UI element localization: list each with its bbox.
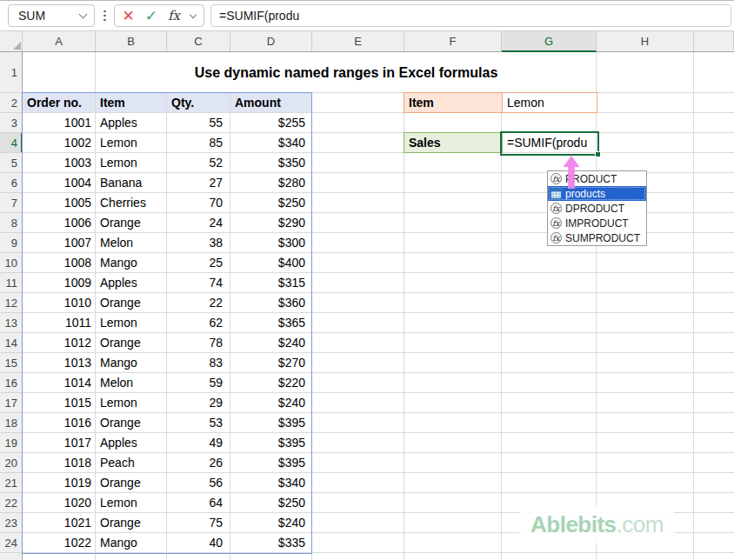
cell-A5[interactable]: 1003 <box>23 153 95 172</box>
cell-C20[interactable]: 26 <box>167 453 230 472</box>
column-header-E[interactable]: E <box>312 31 404 51</box>
cell-D23[interactable]: $240 <box>230 513 311 532</box>
cell-A21[interactable]: 1019 <box>23 473 95 492</box>
row-header-14[interactable]: 14 <box>0 333 22 353</box>
formula-input[interactable]: =SUMIF(produ <box>210 4 731 27</box>
cell-C12[interactable]: 22 <box>167 293 230 312</box>
row-header-25[interactable] <box>0 553 22 560</box>
row-header-20[interactable]: 20 <box>0 453 22 473</box>
cell-C10[interactable]: 25 <box>167 253 230 272</box>
cell-A10[interactable]: 1008 <box>23 253 95 272</box>
cell-D9[interactable]: $300 <box>230 233 311 252</box>
row-header-15[interactable]: 15 <box>0 353 22 373</box>
row-header-18[interactable]: 18 <box>0 413 22 433</box>
cell-C11[interactable]: 74 <box>167 273 230 292</box>
column-header-I[interactable] <box>694 31 734 51</box>
cell-C15[interactable]: 83 <box>167 353 230 372</box>
row-header-22[interactable]: 22 <box>0 493 22 513</box>
cell-D11[interactable]: $315 <box>230 273 311 292</box>
cell-B19[interactable]: Apples <box>96 433 166 452</box>
cell-A7[interactable]: 1005 <box>23 193 95 212</box>
cell-F2[interactable]: Item <box>404 92 503 113</box>
cell-C6[interactable]: 27 <box>167 173 230 192</box>
cell-B11[interactable]: Apples <box>96 273 166 292</box>
row-header-4[interactable]: 4 <box>0 133 22 153</box>
table-header-cell[interactable]: Order no. <box>23 93 95 112</box>
cell-B13[interactable]: Lemon <box>96 313 166 332</box>
cell-C17[interactable]: 29 <box>167 393 230 412</box>
chevron-down-icon[interactable] <box>79 10 88 19</box>
cell-D18[interactable]: $395 <box>230 413 311 432</box>
row-header-2[interactable]: 2 <box>0 93 22 113</box>
cell-B6[interactable]: Banana <box>96 173 166 192</box>
cell-F4[interactable]: Sales <box>404 132 503 153</box>
cell-G4[interactable]: =SUMIF(produ <box>503 133 596 152</box>
cell-B24[interactable]: Mango <box>96 533 166 552</box>
cell-D4[interactable]: $340 <box>230 133 311 152</box>
autocomplete-item-PRODUCT[interactable]: fxPRODUCT <box>548 171 646 186</box>
cell-A19[interactable]: 1017 <box>23 433 95 452</box>
cell-A11[interactable]: 1009 <box>23 273 95 292</box>
cell-C18[interactable]: 53 <box>167 413 230 432</box>
cell-A14[interactable]: 1012 <box>23 333 95 352</box>
cell-C23[interactable]: 75 <box>167 513 230 532</box>
cell-D6[interactable]: $280 <box>230 173 311 192</box>
name-box[interactable]: SUM <box>8 4 95 27</box>
cell-A23[interactable]: 1021 <box>23 513 95 532</box>
row-header-3[interactable]: 3 <box>0 113 22 133</box>
cell-C5[interactable]: 52 <box>167 153 230 172</box>
cell-B4[interactable]: Lemon <box>96 133 166 152</box>
cell-C19[interactable]: 49 <box>167 433 230 452</box>
row-header-16[interactable]: 16 <box>0 373 22 393</box>
cell-B20[interactable]: Peach <box>96 453 166 472</box>
cell-B14[interactable]: Orange <box>96 333 166 352</box>
table-header-cell[interactable]: Qty. <box>167 93 230 112</box>
table-header-cell[interactable]: Item <box>96 93 166 112</box>
cell-B18[interactable]: Orange <box>96 413 166 432</box>
cell-A13[interactable]: 1011 <box>23 313 95 332</box>
cell-B23[interactable]: Orange <box>96 513 166 532</box>
cell-A20[interactable]: 1018 <box>23 453 95 472</box>
chevron-down-icon[interactable] <box>190 10 197 17</box>
row-header-8[interactable]: 8 <box>0 213 22 233</box>
cell-B10[interactable]: Mango <box>96 253 166 272</box>
autocomplete-item-SUMPRODUCT[interactable]: fxSUMPRODUCT <box>548 230 646 245</box>
cell-D14[interactable]: $240 <box>230 333 311 352</box>
cell-A4[interactable]: 1002 <box>23 133 95 152</box>
cell-A8[interactable]: 1006 <box>23 213 95 232</box>
cell-D20[interactable]: $395 <box>230 453 311 472</box>
cell-A3[interactable]: 1001 <box>23 113 95 132</box>
cell-G2[interactable]: Lemon <box>502 92 597 113</box>
table-header-cell[interactable]: Amount <box>230 93 311 112</box>
cell-D15[interactable]: $270 <box>230 353 311 372</box>
cell-C4[interactable]: 85 <box>167 133 230 152</box>
cell-D7[interactable]: $250 <box>230 193 311 212</box>
autocomplete-item-DPRODUCT[interactable]: fxDPRODUCT <box>548 201 646 216</box>
cell-C22[interactable]: 64 <box>167 493 230 512</box>
cell-D5[interactable]: $350 <box>230 153 311 172</box>
cell-A15[interactable]: 1013 <box>23 353 95 372</box>
cell-B3[interactable]: Apples <box>96 113 166 132</box>
cell-A18[interactable]: 1016 <box>23 413 95 432</box>
row-header-12[interactable]: 12 <box>0 293 22 313</box>
cell-A24[interactable]: 1022 <box>23 533 95 552</box>
cell-A12[interactable]: 1010 <box>23 293 95 312</box>
row-header-9[interactable]: 9 <box>0 233 22 253</box>
column-header-C[interactable]: C <box>167 31 230 51</box>
enter-icon[interactable]: ✓ <box>145 7 157 25</box>
cell-D21[interactable]: $340 <box>230 473 311 492</box>
row-header-23[interactable]: 23 <box>0 513 22 533</box>
row-header-17[interactable]: 17 <box>0 393 22 413</box>
row-header-6[interactable]: 6 <box>0 173 22 193</box>
row-header-24[interactable]: 24 <box>0 533 22 553</box>
cell-B9[interactable]: Melon <box>96 233 166 252</box>
cell-B16[interactable]: Melon <box>96 373 166 392</box>
autocomplete-item-products[interactable]: products <box>548 186 646 201</box>
row-header-21[interactable]: 21 <box>0 473 22 493</box>
cell-A16[interactable]: 1014 <box>23 373 95 392</box>
cell-B22[interactable]: Lemon <box>96 493 166 512</box>
cancel-icon[interactable]: ✕ <box>123 7 135 25</box>
cell-D16[interactable]: $220 <box>230 373 311 392</box>
autocomplete-item-IMPRODUCT[interactable]: fxIMPRODUCT <box>548 216 646 230</box>
cell-A22[interactable]: 1020 <box>23 493 95 512</box>
